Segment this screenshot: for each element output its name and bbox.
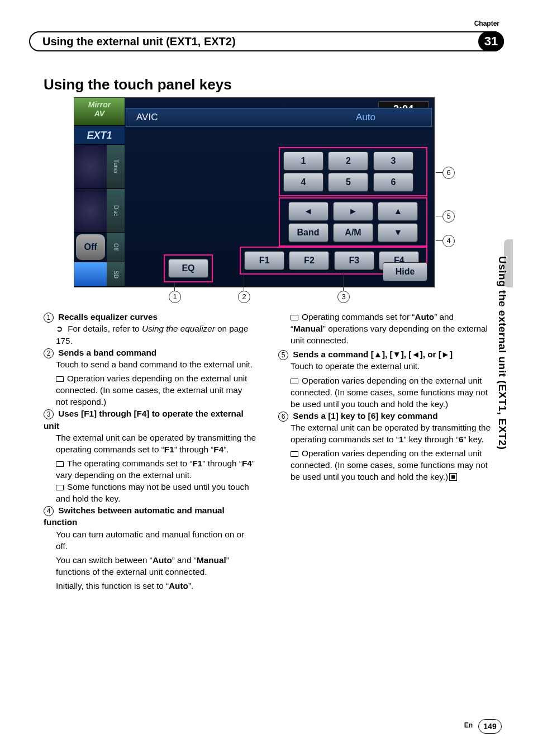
item-2-num: 2 — [44, 348, 54, 358]
off-button[interactable]: Off — [76, 234, 105, 260]
item-2-body: Touch to send a band command to the exte… — [56, 358, 256, 370]
lead-1 — [174, 282, 175, 291]
item-6-head: Sends a [1] key to [6] key command — [293, 411, 437, 420]
item-5-body: Touch to operate the external unit. — [291, 360, 491, 372]
tuner-row[interactable]: Tuner — [74, 145, 125, 189]
item-3-num: 3 — [44, 409, 54, 419]
key-6[interactable]: 6 — [373, 173, 413, 192]
mirror-line1: Mirror — [74, 100, 125, 109]
sd-tab: SD — [107, 262, 125, 286]
footer-page-number: 149 — [478, 719, 502, 734]
i4-auto: Auto — [153, 555, 172, 565]
note-icon — [291, 379, 298, 384]
mirror-av-button[interactable]: Mirror AV — [74, 98, 125, 126]
column-left: 1 Recalls equalizer curves ➲ For details… — [44, 311, 256, 594]
item-3-sub1b: ” through “ — [202, 459, 242, 468]
item-6-sub: Operation varies depending on the extern… — [291, 447, 491, 483]
am-button[interactable]: A/M — [333, 223, 373, 242]
section-title: Using the touch panel keys — [44, 76, 232, 93]
item-1: 1 Recalls equalizer curves ➲ For details… — [44, 311, 256, 347]
note-icon — [291, 315, 298, 320]
item-3-body3: ”. — [223, 445, 229, 454]
item-3-sub-f1: F1 — [192, 459, 202, 468]
note-icon — [56, 376, 64, 382]
item-3-sub-f4: F4 — [242, 459, 252, 468]
item-5-sub-text: Operation varies depending on the extern… — [291, 376, 488, 409]
i4-b3a: Initially, this function is set to “ — [56, 581, 169, 590]
up-arrow-button[interactable]: ▲ — [378, 202, 418, 221]
sd-icon — [74, 262, 107, 286]
left-arrow-button[interactable]: ◄ — [288, 202, 329, 221]
item-5-sub: Operation varies depending on the extern… — [291, 375, 491, 410]
sd-row[interactable]: SD — [74, 262, 125, 287]
title-bar: AVIC Auto — [126, 108, 432, 127]
lead-4 — [436, 240, 442, 241]
f3-button[interactable]: F3 — [334, 251, 374, 270]
item-3-body2: ” through “ — [174, 445, 214, 454]
callout-1: 1 — [169, 291, 181, 303]
f1-button[interactable]: F1 — [244, 251, 284, 270]
footer-lang: En — [464, 721, 473, 729]
item-2: 2 Sends a band command Touch to send a b… — [44, 347, 256, 408]
item-3-sub2-text: Some functions may not be used until you… — [56, 482, 249, 503]
item-5: 5 Sends a command [▲], [▼], [◄], or [►] … — [278, 348, 491, 410]
tuner-tab: Tuner — [107, 145, 125, 188]
item-5-num: 5 — [278, 350, 288, 360]
sidebar: Mirror AV EXT1 Tuner Disc Off Off SD — [74, 98, 125, 287]
item-2-head: Sends a band command — [58, 348, 156, 357]
item-3-sub1a: The operating commands set to “ — [67, 459, 192, 468]
disc-row[interactable]: Disc — [74, 189, 125, 233]
item-6-num: 6 — [278, 412, 288, 422]
f2-button[interactable]: F2 — [289, 251, 329, 270]
off-row[interactable]: Off Off — [74, 233, 125, 262]
i6-k6: 6 — [459, 434, 464, 444]
eq-button[interactable]: EQ — [168, 259, 208, 278]
callout-3: 3 — [337, 291, 350, 303]
i4-b2b: ” and “ — [172, 555, 197, 565]
item-1-num: 1 — [44, 313, 54, 323]
item-5-head: Sends a command [▲], [▼], [◄], or [►] — [293, 349, 453, 359]
key-1[interactable]: 1 — [283, 152, 323, 171]
chapter-title: Using the external unit (EXT1, EXT2) — [42, 35, 236, 48]
content-area: 1 Recalls equalizer curves ➲ For details… — [44, 311, 491, 594]
callout-2: 2 — [238, 291, 250, 303]
item-3-sub2: Some functions may not be used until you… — [56, 481, 256, 504]
item-6: 6 Sends a [1] key to [6] key command The… — [278, 410, 491, 483]
hide-area: Hide — [382, 261, 429, 282]
mirror-line2: AV — [74, 109, 125, 118]
tuner-icon — [74, 145, 107, 188]
link-arrow-icon: ➲ — [56, 324, 63, 333]
chapter-title-light: (EXT1, EXT2) — [163, 35, 236, 48]
i4-manual: Manual — [197, 555, 226, 565]
right-arrow-button[interactable]: ► — [333, 202, 373, 221]
key-2[interactable]: 2 — [328, 152, 368, 171]
i4-b3b: ”. — [188, 581, 193, 590]
key-3[interactable]: 3 — [373, 152, 413, 171]
item-3-body: The external unit can be operated by tra… — [56, 432, 256, 455]
item-1-head: Recalls equalizer curves — [58, 312, 158, 322]
item-3-head: Uses [F1] through [F4] to operate the ex… — [44, 409, 244, 430]
side-chapter-text: Using the external unit (EXT1, EXT2) — [496, 256, 508, 450]
i6-b2: ” key through “ — [403, 434, 459, 444]
item-1-sub: ➲ For details, refer to Using the equali… — [56, 323, 256, 347]
key-5[interactable]: 5 — [328, 173, 368, 192]
item-1-sub-text: For details, refer to — [68, 324, 142, 333]
item-3-f4: F4 — [213, 445, 223, 454]
off-tab: Off — [107, 233, 125, 262]
lead-2 — [244, 268, 244, 291]
item-4-sub: Operating commands set for “Auto” and “M… — [291, 311, 491, 346]
note-icon — [291, 451, 298, 457]
down-arrow-button[interactable]: ▼ — [378, 223, 418, 242]
item-4-body1: You can turn automatic and manual functi… — [56, 528, 256, 552]
column-right: Operating commands set for “Auto” and “M… — [278, 311, 491, 594]
number-keys-group: 1 2 3 4 5 6 — [279, 147, 427, 196]
key-4[interactable]: 4 — [283, 173, 323, 192]
note-icon — [56, 461, 64, 467]
i6-b3: ” key. — [464, 434, 484, 444]
note-icon — [56, 485, 64, 490]
item-2-sub-text: Operation varies depending on the extern… — [56, 374, 247, 407]
band-button[interactable]: Band — [288, 223, 329, 242]
callout-4: 4 — [442, 235, 455, 247]
callout-5: 5 — [442, 210, 455, 223]
hide-button[interactable]: Hide — [383, 262, 427, 281]
